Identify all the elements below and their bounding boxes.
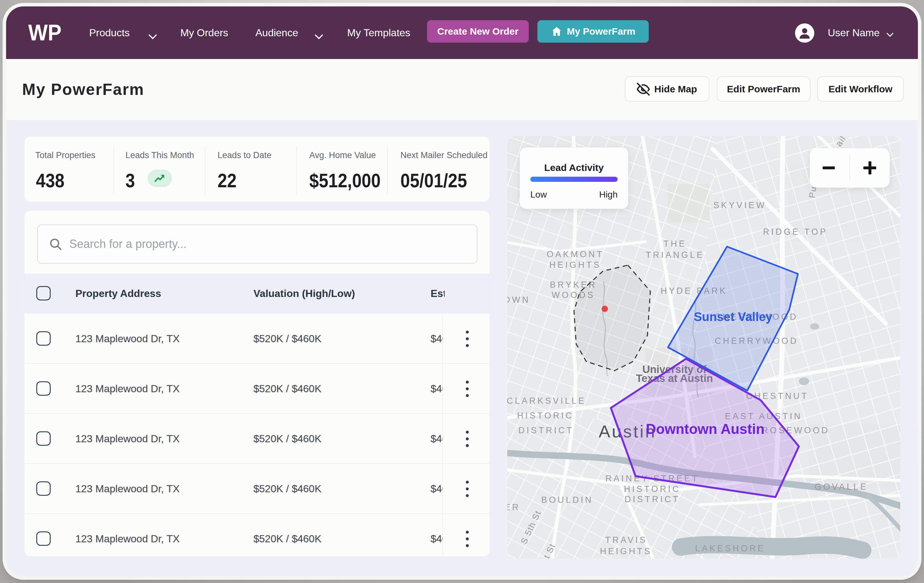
svg-text:TRAVIS: TRAVIS: [605, 535, 647, 545]
svg-text:DOWNTOWN: DOWNTOWN: [507, 295, 530, 305]
svg-text:BOULDIN: BOULDIN: [541, 495, 593, 505]
svg-text:RIDGE TOP: RIDGE TOP: [763, 227, 828, 237]
svg-text:OAKMONT: OAKMONT: [547, 249, 604, 259]
svg-text:Downtown Austin: Downtown Austin: [646, 421, 764, 437]
svg-text:THE: THE: [663, 239, 686, 249]
svg-text:DISTRICT: DISTRICT: [625, 494, 680, 504]
svg-text:SKYVIEW: SKYVIEW: [713, 201, 766, 210]
svg-text:TRIANGLE: TRIANGLE: [645, 250, 704, 260]
svg-text:DISTRICT: DISTRICT: [518, 425, 574, 435]
svg-text:HEIGHTS: HEIGHTS: [600, 547, 652, 556]
svg-text:Sunset Valley: Sunset Valley: [694, 310, 772, 324]
svg-text:LAKESHORE: LAKESHORE: [695, 543, 765, 553]
svg-text:GOVALLE: GOVALLE: [815, 482, 868, 492]
svg-text:ER: ER: [507, 502, 520, 512]
svg-text:HISTORIC: HISTORIC: [624, 484, 681, 494]
svg-text:CLARKSVILLE: CLARKSVILLE: [507, 396, 586, 406]
svg-text:HISTORIC: HISTORIC: [517, 411, 574, 420]
svg-text:HEIGHTS: HEIGHTS: [549, 260, 601, 270]
